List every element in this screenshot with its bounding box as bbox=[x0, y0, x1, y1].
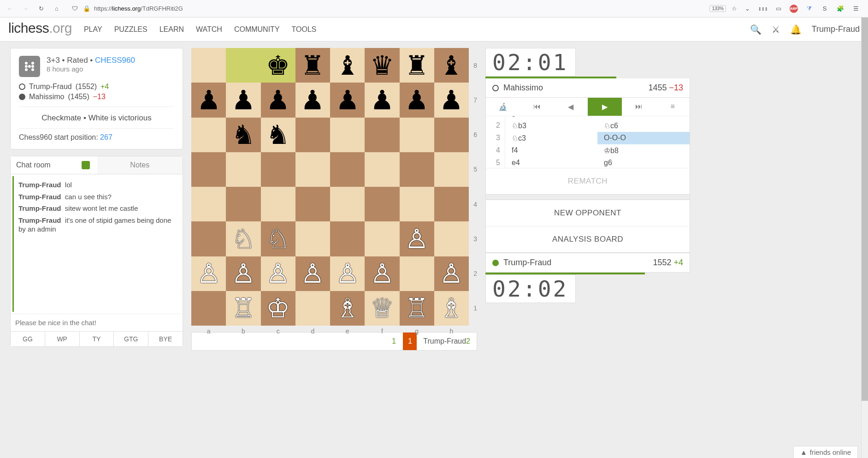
first-move-button[interactable]: ⏮ bbox=[520, 98, 554, 116]
square-b1[interactable]: ♖ bbox=[226, 291, 260, 326]
move-4b[interactable]: ♔b8 bbox=[597, 144, 690, 157]
extensions-icon[interactable]: 🧩 bbox=[836, 4, 845, 13]
square-d5[interactable] bbox=[295, 152, 330, 187]
wk-piece[interactable]: ♔ bbox=[261, 291, 295, 326]
square-g4[interactable] bbox=[400, 187, 434, 221]
square-c6[interactable]: ♞ bbox=[261, 118, 295, 152]
wq-piece[interactable]: ♕ bbox=[365, 291, 399, 326]
square-g5[interactable] bbox=[400, 152, 434, 187]
scrollbar[interactable] bbox=[861, 18, 868, 458]
library-icon[interactable]: ⫾⫾⫾ bbox=[758, 4, 768, 13]
reload-button[interactable]: ↻ bbox=[35, 3, 47, 15]
preset-wp[interactable]: WP bbox=[45, 332, 80, 346]
wp-piece[interactable]: ♙ bbox=[330, 256, 365, 291]
square-h8[interactable]: ♝ bbox=[434, 48, 469, 83]
square-d6[interactable] bbox=[295, 118, 330, 152]
adblock-icon[interactable]: ABP bbox=[790, 5, 798, 13]
square-a1[interactable] bbox=[191, 291, 226, 326]
square-e5[interactable] bbox=[330, 152, 365, 187]
square-f6[interactable] bbox=[365, 118, 399, 152]
bell-icon[interactable]: 🔔 bbox=[790, 24, 802, 35]
move-4w[interactable]: f4 bbox=[505, 144, 597, 157]
nav-play[interactable]: PLAY bbox=[84, 25, 102, 34]
square-b4[interactable] bbox=[226, 187, 260, 221]
square-c1[interactable]: ♔ bbox=[261, 291, 295, 326]
preset-bye[interactable]: BYE bbox=[148, 332, 183, 346]
square-c3[interactable]: ♘ bbox=[261, 221, 295, 256]
br-piece[interactable]: ♜ bbox=[295, 48, 330, 83]
square-d3[interactable] bbox=[295, 221, 330, 256]
wb-piece[interactable]: ♗ bbox=[330, 291, 365, 326]
nav-community[interactable]: COMMUNITY bbox=[234, 25, 280, 34]
move-list[interactable]: 1g3♘b62♘b3♘c63♘c3O-O-O4f4♔b85e4g6 bbox=[486, 116, 690, 168]
move-1b[interactable]: ♘b6 bbox=[597, 116, 690, 119]
prev-move-button[interactable]: ◀ bbox=[554, 98, 588, 116]
square-e2[interactable]: ♙ bbox=[330, 256, 365, 291]
square-b8[interactable] bbox=[226, 48, 260, 83]
zoom-badge[interactable]: 133% bbox=[709, 5, 726, 12]
tab-notes[interactable]: Notes bbox=[97, 156, 183, 174]
square-c7[interactable]: ♟ bbox=[261, 83, 295, 117]
br-piece[interactable]: ♜ bbox=[400, 48, 434, 83]
square-a6[interactable] bbox=[191, 118, 226, 152]
square-d1[interactable] bbox=[295, 291, 330, 326]
square-h7[interactable]: ♟ bbox=[434, 83, 469, 117]
square-f5[interactable] bbox=[365, 152, 399, 187]
chess-board[interactable]: ♚♜♝♛♜♝♟♟♟♟♟♟♟♟♞♞♘♘♙♙♙♙♙♙♙♙♖♔♗♕♖♗ 8765432… bbox=[191, 48, 469, 326]
square-d7[interactable]: ♟ bbox=[295, 83, 330, 117]
square-e3[interactable] bbox=[330, 221, 365, 256]
square-f2[interactable]: ♙ bbox=[365, 256, 399, 291]
logo[interactable]: lichess.org bbox=[8, 20, 72, 36]
wn-piece[interactable]: ♘ bbox=[226, 221, 260, 256]
move-5w[interactable]: e4 bbox=[505, 157, 597, 168]
wn-piece[interactable]: ♘ bbox=[261, 221, 295, 256]
bn-piece[interactable]: ♞ bbox=[261, 118, 295, 152]
player-black[interactable]: Mahissimo (1455) −13 bbox=[19, 92, 174, 102]
move-5b[interactable]: g6 bbox=[597, 157, 690, 168]
preset-ty[interactable]: TY bbox=[80, 332, 114, 346]
url-bar[interactable]: 🛡 🔒 https://lichess.org/TdRGFHRiti2G bbox=[66, 2, 706, 15]
wp-piece[interactable]: ♙ bbox=[295, 256, 330, 291]
fen-link[interactable]: 267 bbox=[100, 133, 112, 141]
bp-piece[interactable]: ♟ bbox=[295, 83, 330, 117]
extension2-icon[interactable]: S bbox=[820, 4, 829, 13]
friends-box[interactable]: ▲ friends online bbox=[793, 446, 858, 458]
crosstable[interactable]: 1 1 Trump-Fraud 2 bbox=[191, 332, 477, 351]
square-h4[interactable] bbox=[434, 187, 469, 221]
analysis-board-button[interactable]: ANALYSIS BOARD bbox=[486, 226, 690, 252]
square-b7[interactable]: ♟ bbox=[226, 83, 260, 117]
wp-piece[interactable]: ♙ bbox=[400, 221, 434, 256]
bp-piece[interactable]: ♟ bbox=[261, 83, 295, 117]
square-g3[interactable]: ♙ bbox=[400, 221, 434, 256]
square-h6[interactable] bbox=[434, 118, 469, 152]
bp-piece[interactable]: ♟ bbox=[330, 83, 365, 117]
square-f8[interactable]: ♛ bbox=[365, 48, 399, 83]
square-a8[interactable] bbox=[191, 48, 226, 83]
bb-piece[interactable]: ♝ bbox=[330, 48, 365, 83]
square-e4[interactable] bbox=[330, 187, 365, 221]
square-a7[interactable]: ♟ bbox=[191, 83, 226, 117]
extension1-icon[interactable]: ⧩ bbox=[804, 4, 814, 13]
wp-piece[interactable]: ♙ bbox=[191, 256, 226, 291]
variant-link[interactable]: CHESS960 bbox=[95, 56, 135, 65]
square-f3[interactable] bbox=[365, 221, 399, 256]
move-3w[interactable]: ♘c3 bbox=[505, 132, 597, 144]
square-h5[interactable] bbox=[434, 152, 469, 187]
home-button[interactable]: ⌂ bbox=[51, 3, 63, 15]
square-e6[interactable] bbox=[330, 118, 365, 152]
nav-watch[interactable]: WATCH bbox=[196, 25, 222, 34]
star-icon[interactable]: ☆ bbox=[730, 4, 739, 13]
chat-toggle[interactable] bbox=[82, 161, 90, 169]
square-a2[interactable]: ♙ bbox=[191, 256, 226, 291]
square-g7[interactable]: ♟ bbox=[400, 83, 434, 117]
wp-piece[interactable]: ♙ bbox=[226, 256, 260, 291]
tab-chat[interactable]: Chat room bbox=[11, 156, 97, 174]
square-f4[interactable] bbox=[365, 187, 399, 221]
square-g8[interactable]: ♜ bbox=[400, 48, 434, 83]
move-1w[interactable]: g3 bbox=[505, 116, 597, 119]
search-icon[interactable]: 🔍 bbox=[750, 24, 762, 35]
new-opponent-button[interactable]: NEW OPPONENT bbox=[486, 200, 690, 226]
player-white[interactable]: Trump-Fraud (1552) +4 bbox=[19, 82, 174, 92]
last-move-button[interactable]: ⏭ bbox=[622, 98, 656, 116]
square-d4[interactable] bbox=[295, 187, 330, 221]
